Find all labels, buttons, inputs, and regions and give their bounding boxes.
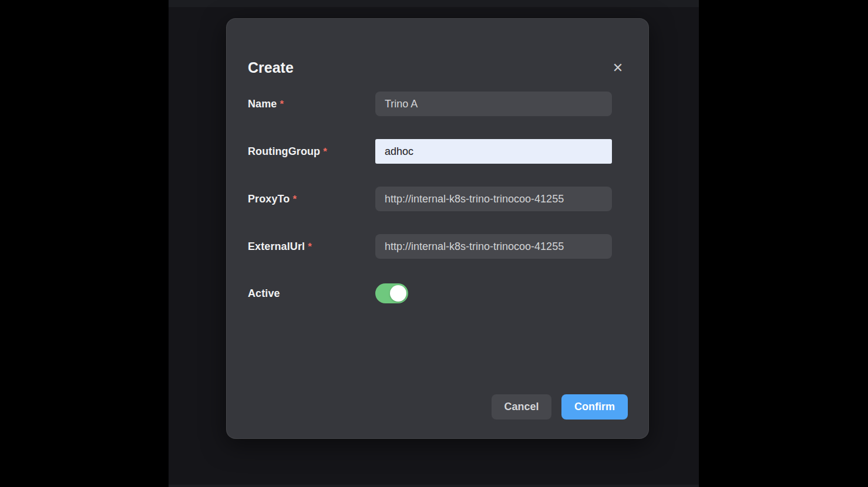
required-asterisk: *	[323, 146, 327, 157]
browser-chrome-strip	[169, 0, 699, 7]
toggle-knob	[390, 285, 406, 302]
routinggroup-label-text: RoutingGroup	[248, 146, 320, 157]
form-row-active: Active	[248, 281, 628, 306]
app-background: Create ✕ Name* RoutingGroup* ProxyTo* Ex…	[169, 0, 699, 487]
name-input[interactable]	[375, 92, 612, 116]
active-label: Active	[248, 288, 375, 300]
routinggroup-label: RoutingGroup*	[248, 146, 375, 158]
proxyto-label-text: ProxyTo	[248, 193, 290, 205]
confirm-button[interactable]: Confirm	[561, 394, 628, 420]
routinggroup-input[interactable]	[375, 139, 612, 164]
form-row-externalurl: ExternalUrl*	[248, 234, 628, 259]
required-asterisk: *	[308, 241, 312, 252]
required-asterisk: *	[292, 194, 297, 205]
active-label-text: Active	[248, 288, 280, 299]
name-label: Name*	[248, 98, 375, 110]
dialog-footer: Cancel Confirm	[492, 394, 628, 420]
close-icon[interactable]: ✕	[610, 60, 625, 76]
required-asterisk: *	[280, 99, 284, 110]
bottom-edge-strip	[169, 485, 699, 487]
form-row-name: Name*	[248, 92, 628, 116]
cancel-button[interactable]: Cancel	[492, 394, 551, 420]
proxyto-label: ProxyTo*	[248, 193, 375, 205]
form-row-routinggroup: RoutingGroup*	[248, 139, 628, 164]
active-toggle[interactable]	[375, 283, 408, 303]
form-row-proxyto: ProxyTo*	[248, 187, 628, 211]
name-label-text: Name	[248, 98, 277, 110]
externalurl-input[interactable]	[375, 234, 612, 259]
dialog-title: Create	[248, 59, 294, 76]
proxyto-input[interactable]	[375, 187, 612, 211]
externalurl-label-text: ExternalUrl	[248, 241, 305, 252]
externalurl-label: ExternalUrl*	[248, 241, 375, 253]
create-dialog: Create ✕ Name* RoutingGroup* ProxyTo* Ex…	[226, 18, 649, 439]
